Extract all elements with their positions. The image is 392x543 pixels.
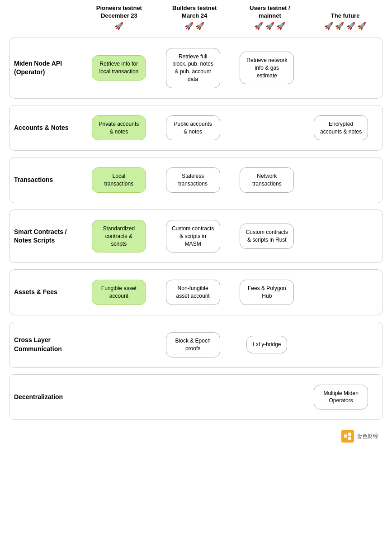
cell-smart-contracts-3 [304,218,378,254]
feature-box-transactions-1: Stateless transactions [166,167,220,193]
cell-cross-layer-1: Block & Epoch proofs [156,330,230,359]
header-row: Pioneers testnet December 23 🚀 Builders … [9,5,383,33]
section-decentralization: DecentralizationMultiple Miden Operators [9,374,383,420]
svg-rect-0 [344,434,347,438]
cell-miden-node-api-1: Retrieve full block, pub. notes & pub. a… [156,46,230,90]
cell-smart-contracts-1: Custom contracts & scripts in MASM [156,218,230,254]
col3-emoji: 🚀 🚀 🚀 [232,22,308,31]
col-header-future: The future 🚀 🚀 🚀 🚀 [307,12,383,33]
page: Pioneers testnet December 23 🚀 Builders … [0,0,392,453]
feature-box-accounts-notes-3: Encrypted accounts & notes [314,115,368,141]
section-label-assets-fees: Assets & Fees [14,288,82,297]
feature-box-transactions-2: Network transactions [240,167,294,193]
section-assets-fees: Assets & FeesFungible asset accountNon-f… [9,269,383,315]
cell-accounts-notes-3: Encrypted accounts & notes [304,114,378,143]
cell-assets-fees-2: Fees & Polygon Hub [230,278,304,307]
cell-decentralization-0 [82,383,156,412]
section-miden-node-api: Miden Node API (Operator)Retrieve info f… [9,38,383,99]
section-label-decentralization: Decentralization [14,393,82,402]
feature-box-cross-layer-1: Block & Epoch proofs [166,332,220,357]
section-label-cross-layer: Cross Layer Communication [14,336,82,353]
cell-decentralization-2 [230,383,304,412]
cell-miden-node-api-3 [304,46,378,90]
col4-label: The future [331,12,360,19]
feature-box-smart-contracts-2: Custom contracts & scripts in Rust [240,224,294,249]
cell-transactions-2: Network transactions [230,166,304,195]
section-cols-assets-fees: Fungible asset accountNon-fungible asset… [82,278,378,307]
feature-box-miden-node-api-0: Retrieve info for local transaction [92,55,146,81]
cell-cross-layer-0 [82,330,156,359]
cell-transactions-1: Stateless transactions [156,166,230,195]
col1-label: Pioneers testnet December 23 [96,5,142,19]
cell-transactions-0: Local transactions [82,166,156,195]
section-label-transactions: Transactions [14,176,82,185]
watermark-icon [341,430,354,443]
cell-miden-node-api-0: Retrieve info for local transaction [82,46,156,90]
footer: 金色财经 [9,426,383,444]
col1-emoji: 🚀 [81,22,157,31]
cell-assets-fees-1: Non-fungible asset account [156,278,230,307]
cell-decentralization-3: Multiple Miden Operators [304,383,378,412]
section-cols-accounts-notes: Private accounts & notesPublic accounts … [82,114,378,143]
feature-box-miden-node-api-2: Retrieve network info & gas estimate [240,52,294,84]
cell-assets-fees-0: Fungible asset account [82,278,156,307]
watermark: 金色财经 [341,430,378,443]
sections-container: Miden Node API (Operator)Retrieve info f… [9,38,383,420]
section-cols-transactions: Local transactionsStateless transactions… [82,166,378,195]
section-accounts-notes: Accounts & NotesPrivate accounts & notes… [9,105,383,151]
section-smart-contracts: Smart Contracts / Notes ScriptsStandardi… [9,210,383,263]
col2-label: Builders testnet March 24 [172,5,217,19]
section-transactions: TransactionsLocal transactionsStateless … [9,157,383,203]
section-cols-miden-node-api: Retrieve info for local transactionRetri… [82,46,378,90]
feature-box-assets-fees-2: Fees & Polygon Hub [240,280,294,305]
watermark-text: 金色财经 [357,433,378,440]
col4-emoji: 🚀 🚀 🚀 🚀 [307,22,383,31]
section-cols-decentralization: Multiple Miden Operators [82,383,378,412]
cell-smart-contracts-2: Custom contracts & scripts in Rust [230,218,304,254]
feature-box-assets-fees-0: Fungible asset account [92,280,146,305]
col3-label: Users testnet / mainnet [250,5,290,19]
feature-box-decentralization-3: Multiple Miden Operators [314,385,368,410]
section-cross-layer: Cross Layer CommunicationBlock & Epoch p… [9,322,383,368]
feature-box-accounts-notes-0: Private accounts & notes [92,115,146,141]
feature-box-miden-node-api-1: Retrieve full block, pub. notes & pub. a… [166,48,220,88]
cell-accounts-notes-0: Private accounts & notes [82,114,156,143]
cell-miden-node-api-2: Retrieve network info & gas estimate [230,46,304,90]
cell-decentralization-1 [156,383,230,412]
cell-smart-contracts-0: Standardized contracts & scripts [82,218,156,254]
cell-accounts-notes-2 [230,114,304,143]
cell-cross-layer-2: LxLy-bridge [230,330,304,359]
col2-emoji: 🚀 🚀 [157,22,232,31]
svg-rect-2 [348,437,351,440]
section-cols-smart-contracts: Standardized contracts & scriptsCustom c… [82,218,378,254]
feature-box-smart-contracts-1: Custom contracts & scripts in MASM [166,220,220,252]
section-label-miden-node-api: Miden Node API (Operator) [14,59,82,77]
svg-rect-1 [348,433,351,436]
feature-box-accounts-notes-1: Public accounts & notes [166,115,220,141]
cell-cross-layer-3 [304,330,378,359]
col-header-users: Users testnet / mainnet 🚀 🚀 🚀 [232,5,308,33]
col-header-builders: Builders testnet March 24 🚀 🚀 [157,5,232,33]
feature-box-transactions-0: Local transactions [92,167,146,193]
cell-assets-fees-3 [304,278,378,307]
cell-accounts-notes-1: Public accounts & notes [156,114,230,143]
section-label-smart-contracts: Smart Contracts / Notes Scripts [14,228,82,245]
col-header-pioneers: Pioneers testnet December 23 🚀 [81,5,157,33]
feature-box-smart-contracts-0: Standardized contracts & scripts [92,220,146,252]
cell-transactions-3 [304,166,378,195]
section-label-accounts-notes: Accounts & Notes [14,124,82,133]
section-cols-cross-layer: Block & Epoch proofsLxLy-bridge [82,330,378,359]
feature-box-cross-layer-2: LxLy-bridge [246,336,287,353]
feature-box-assets-fees-1: Non-fungible asset account [166,280,220,305]
